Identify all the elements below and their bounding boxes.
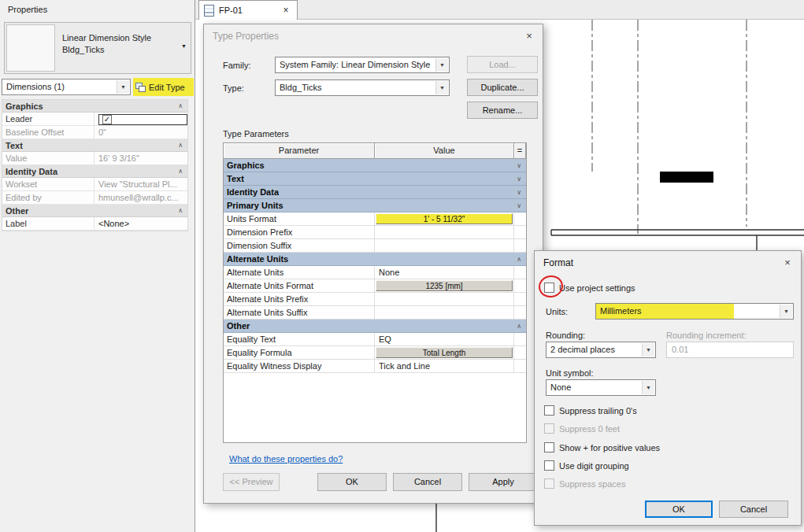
section-header-graphics[interactable]: Graphics ∧ bbox=[2, 100, 187, 113]
filter-dropdown-icon[interactable]: ▼ bbox=[117, 80, 129, 94]
show-plus-checkbox[interactable] bbox=[544, 442, 554, 453]
view-tab-fp01[interactable]: FP-01 × bbox=[198, 0, 298, 20]
cancel-button[interactable]: Cancel bbox=[719, 501, 788, 518]
row-label: Baseline Offset bbox=[2, 126, 94, 139]
expand-chevron-icon[interactable]: ∨ bbox=[517, 175, 521, 183]
row-value: 16' 9 3/16" bbox=[94, 152, 187, 164]
row-baseline-offset: Baseline Offset 0" bbox=[2, 126, 187, 139]
param-value-cell[interactable] bbox=[375, 293, 514, 305]
row-value[interactable]: ✓ bbox=[94, 113, 187, 125]
duplicate-button[interactable]: Duplicate... bbox=[467, 79, 538, 96]
param-row-alternate-units-prefix: Alternate Units Prefix bbox=[224, 293, 526, 306]
unit-symbol-value: None bbox=[550, 382, 571, 392]
row-value: hmunsell@wrallp.c... bbox=[94, 191, 187, 204]
param-name: Alternate Units Format bbox=[224, 279, 375, 292]
section-header-identity-data[interactable]: Identity Data ∧ bbox=[2, 165, 187, 178]
row-label: Label bbox=[2, 217, 94, 230]
rounding-increment-field[interactable]: 0.01 bbox=[666, 342, 794, 358]
collapse-chevron-icon[interactable]: ∧ bbox=[178, 142, 183, 149]
units-format-button[interactable]: 1' - 5 11/32" bbox=[376, 213, 513, 224]
element-filter-combobox[interactable]: Dimensions (1) ▼ bbox=[2, 79, 131, 95]
param-name: Alternate Units bbox=[224, 266, 375, 279]
collapse-chevron-icon[interactable]: ∧ bbox=[517, 256, 521, 263]
suppress-spaces-checkbox[interactable] bbox=[544, 478, 554, 489]
collapse-chevron-icon[interactable]: ∧ bbox=[178, 168, 183, 175]
type-combobox[interactable]: Bldg_Ticks ▼ bbox=[275, 79, 450, 96]
combo-arrow-icon[interactable]: ▼ bbox=[642, 381, 654, 394]
group-header-graphics[interactable]: Graphics ∨ bbox=[224, 159, 526, 172]
expand-chevron-icon[interactable]: ∨ bbox=[517, 189, 521, 196]
param-row-dimension-prefix: Dimension Prefix bbox=[224, 226, 526, 239]
family-combobox[interactable]: System Family: Linear Dimension Style ▼ bbox=[275, 57, 450, 73]
equality-formula-button[interactable]: Total Length bbox=[376, 347, 513, 358]
param-row-equality-text: Equality Text EQ bbox=[224, 333, 526, 346]
combo-arrow-icon[interactable]: ▼ bbox=[435, 81, 448, 94]
param-value-cell[interactable] bbox=[375, 226, 514, 238]
ok-button[interactable]: OK bbox=[317, 473, 387, 491]
section-header-other[interactable]: Other ∧ bbox=[2, 205, 187, 217]
tab-close-icon[interactable]: × bbox=[280, 5, 292, 16]
combo-arrow-icon[interactable]: ▼ bbox=[642, 343, 654, 357]
expand-chevron-icon[interactable]: ∨ bbox=[517, 202, 521, 209]
ok-button[interactable]: OK bbox=[645, 501, 713, 518]
param-name: Alternate Units Prefix bbox=[224, 293, 375, 305]
collapse-chevron-icon[interactable]: ∧ bbox=[517, 323, 521, 330]
alternate-units-format-button[interactable]: 1235 [mm] bbox=[376, 280, 513, 291]
param-value-cell[interactable]: EQ bbox=[375, 333, 514, 345]
close-icon[interactable]: × bbox=[774, 251, 801, 274]
param-value-cell[interactable] bbox=[375, 239, 514, 252]
suppress-zero-feet-checkbox[interactable] bbox=[544, 423, 554, 434]
family-value: System Family: Linear Dimension Style bbox=[280, 60, 430, 69]
row-label-prop: Label <None> bbox=[2, 217, 187, 231]
section-label: Text bbox=[6, 141, 23, 150]
combo-arrow-icon[interactable]: ▼ bbox=[780, 305, 792, 318]
param-value-cell[interactable] bbox=[375, 306, 514, 319]
suppress-trailing-zeros-row: Suppress trailing 0's bbox=[544, 405, 637, 416]
combo-arrow-icon[interactable]: ▼ bbox=[435, 58, 448, 72]
units-value: Millimeters bbox=[600, 306, 642, 316]
view-tab-bar: FP-01 × bbox=[195, 0, 804, 20]
close-icon[interactable]: × bbox=[516, 24, 543, 47]
group-header-primary-units[interactable]: Primary Units ∨ bbox=[224, 199, 526, 212]
param-name: Equality Witness Display bbox=[224, 360, 375, 372]
rounding-dropdown[interactable]: 2 decimal places ▼ bbox=[546, 342, 656, 358]
row-label: Leader bbox=[2, 113, 94, 125]
edit-type-button[interactable]: Edit Type bbox=[133, 78, 194, 96]
param-name: Dimension Suffix bbox=[224, 239, 375, 252]
leader-checkbox[interactable]: ✓ bbox=[102, 115, 112, 124]
cancel-button[interactable]: Cancel bbox=[393, 473, 462, 491]
param-value-cell[interactable]: None bbox=[375, 266, 514, 279]
group-header-alternate-units[interactable]: Alternate Units ∧ bbox=[224, 253, 526, 266]
leader-editor-cell[interactable]: ✓ bbox=[98, 114, 187, 125]
expand-chevron-icon[interactable]: ∨ bbox=[517, 162, 521, 169]
preview-button[interactable]: << Preview bbox=[223, 473, 280, 491]
apply-button[interactable]: Apply bbox=[469, 473, 538, 491]
use-digit-grouping-checkbox[interactable] bbox=[544, 460, 554, 471]
group-header-text[interactable]: Text ∨ bbox=[224, 172, 526, 186]
section-header-text[interactable]: Text ∧ bbox=[2, 139, 187, 152]
collapse-chevron-icon[interactable]: ∧ bbox=[178, 207, 183, 214]
property-grid: Graphics ∧ Leader ✓ Baseline Offset 0" T… bbox=[2, 99, 188, 231]
view-tab-label: FP-01 bbox=[219, 6, 280, 15]
rename-button[interactable]: Rename... bbox=[467, 102, 538, 119]
row-value[interactable]: <None> bbox=[94, 217, 187, 230]
properties-help-link[interactable]: What do these properties do? bbox=[229, 454, 343, 464]
group-header-other[interactable]: Other ∧ bbox=[224, 320, 526, 333]
type-selector[interactable]: Linear Dimension Style Bldg_Ticks ▼ bbox=[4, 22, 191, 74]
column-header-parameter: Parameter bbox=[224, 143, 375, 159]
group-header-identity-data[interactable]: Identity Data ∨ bbox=[224, 186, 526, 199]
type-label: Type: bbox=[223, 83, 244, 93]
group-label: Primary Units bbox=[227, 201, 283, 210]
param-row-dimension-suffix: Dimension Suffix bbox=[224, 239, 526, 253]
unit-symbol-dropdown[interactable]: None ▼ bbox=[546, 379, 656, 396]
units-dropdown[interactable]: Millimeters ▼ bbox=[595, 303, 794, 320]
collapse-chevron-icon[interactable]: ∧ bbox=[178, 102, 183, 109]
type-selector-dropdown-icon[interactable]: ▼ bbox=[181, 43, 187, 49]
suppress-trailing-zeros-checkbox[interactable] bbox=[544, 405, 554, 416]
family-label: Family: bbox=[223, 61, 250, 70]
dialog-title: Format bbox=[535, 251, 801, 274]
type-parameters-label: Type Parameters bbox=[223, 129, 289, 139]
properties-panel-title: Properties bbox=[0, 0, 195, 19]
load-button[interactable]: Load... bbox=[467, 56, 538, 73]
param-value-cell[interactable]: Tick and Line bbox=[375, 360, 514, 372]
